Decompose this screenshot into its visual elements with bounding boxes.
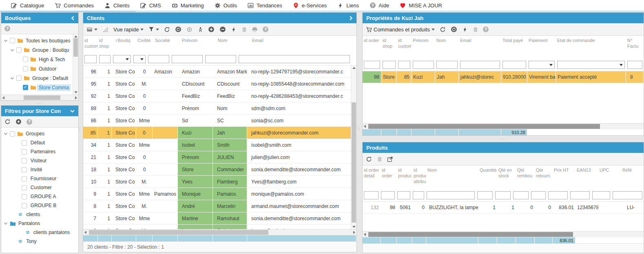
cell-id-product[interactable]: 5061 xyxy=(397,202,412,213)
tree-item-label[interactable]: Groupe : Default xyxy=(31,75,70,82)
tree-item[interactable]: Partenaires xyxy=(1,147,78,156)
filter-id-order-input[interactable] xyxy=(364,61,380,69)
cell-id-customer[interactable]: 86 xyxy=(83,115,98,126)
cell-prenom[interactable]: Kuzi xyxy=(412,71,435,83)
checkbox[interactable] xyxy=(22,203,27,208)
cell-quantite[interactable]: 1 xyxy=(478,202,497,213)
column-header[interactable]: Total payé xyxy=(501,38,527,60)
column-header[interactable]: Prénom xyxy=(178,38,213,54)
panel-splitter[interactable]: ··· xyxy=(359,127,360,131)
cell-societe[interactable] xyxy=(153,115,178,126)
column-header-sorted[interactable]: Boutiq xyxy=(112,38,136,54)
cell-id-shop[interactable]: Store C xyxy=(381,71,397,83)
menu-item[interactable]: MISE A JOUR xyxy=(394,0,447,11)
filter-nom-input[interactable] xyxy=(205,55,236,63)
cell-civilite[interactable]: M. xyxy=(136,78,153,90)
tree-item[interactable]: Groupes xyxy=(1,129,78,138)
cell-nom[interactable]: CDiscount xyxy=(213,78,247,90)
cell-societe[interactable] xyxy=(153,127,178,139)
cell-nom[interactable]: JULIEN xyxy=(213,151,247,163)
filter-id-order-detail-input[interactable] xyxy=(364,191,378,199)
checkbox[interactable] xyxy=(22,149,27,155)
table-row[interactable]: 86 1 Store Co Mme Sd SC sonia@sc.com xyxy=(83,115,356,127)
cell-id-customer[interactable]: 92 xyxy=(83,90,98,102)
cell-id-customer[interactable]: 95 xyxy=(83,78,98,90)
cell-societe[interactable] xyxy=(153,102,178,114)
filter-id-product-input[interactable] xyxy=(397,191,410,199)
document-icon[interactable] xyxy=(377,156,382,162)
table-row[interactable]: 9 1 Store Co Mme Pamamos Monique Pamalos… xyxy=(83,188,356,200)
column-header[interactable]: Qté retourn xyxy=(535,168,553,190)
cell-email[interactable]: sonia@sc.com xyxy=(247,115,356,126)
ruler-icon[interactable] xyxy=(102,27,108,33)
tree-item[interactable]: Défaut xyxy=(1,138,78,147)
cell-societe[interactable] xyxy=(153,176,178,188)
filter-prenom-input[interactable] xyxy=(413,61,434,69)
cell-civilite[interactable]: 0 xyxy=(136,66,153,77)
tree-item-label[interactable]: Groupe : Boutiqu xyxy=(31,47,71,53)
table-row[interactable]: 85 1 Store Co 0 Kuzi Jah jahkuzi@storeco… xyxy=(83,127,356,139)
cell-prenom[interactable]: Sd xyxy=(178,115,213,126)
cell-civilite[interactable]: 0 xyxy=(136,90,153,102)
cell-id-shop[interactable]: 1 xyxy=(98,176,112,188)
column-header[interactable]: Quantité xyxy=(478,168,497,190)
cell-societe[interactable] xyxy=(153,151,178,163)
table-row[interactable]: 7 1 Store Co Mme Martine Ramshaut sonia.… xyxy=(83,212,356,225)
cell-email[interactable]: isobel@smith.com xyxy=(247,139,356,151)
cell-boutique[interactable]: Store Co xyxy=(112,188,136,200)
cell-id-order[interactable]: 98 xyxy=(363,71,381,83)
cell-boutique[interactable]: Store Co xyxy=(112,139,136,151)
tree-item-label[interactable]: Toutes les boutiques xyxy=(24,38,72,44)
cell-id-shop[interactable]: 1 xyxy=(98,188,112,200)
filter-reference-input[interactable] xyxy=(613,191,642,199)
cell-boutique[interactable]: Store Co xyxy=(112,225,136,229)
cell-nom[interactable]: Amazon Marke xyxy=(213,66,247,77)
cell-ean13[interactable]: 123456789 xyxy=(575,202,598,213)
tree-item[interactable]: Groupe : Default xyxy=(1,73,78,83)
cell-civilite[interactable]: 0 xyxy=(136,127,153,139)
cell-id-customer[interactable]: 18 xyxy=(83,163,98,175)
cell-nom[interactable]: Gaboriot xyxy=(213,225,247,229)
cell-prenom[interactable]: Laurent xyxy=(178,225,213,229)
cell-boutique[interactable]: Store Co xyxy=(112,163,136,175)
export-icon[interactable] xyxy=(387,156,393,162)
tree-item[interactable]: GROUPE B xyxy=(1,201,78,210)
cell-id-shop[interactable]: 1 xyxy=(98,225,112,229)
cell-email[interactable]: jahkuzi@storecommander.com xyxy=(247,127,356,139)
cell-societe[interactable]: Pamamos xyxy=(153,188,178,200)
refresh-icon[interactable] xyxy=(366,156,372,162)
tree-item[interactable]: Customer xyxy=(1,183,78,192)
checkbox[interactable] xyxy=(23,85,28,90)
column-header[interactable]: Prénom xyxy=(412,38,435,60)
filter-boutique-select[interactable] xyxy=(113,55,131,63)
cell-nom[interactable]: BUZZILIGHT, la lampe xyxy=(426,202,478,213)
cell-civilite[interactable]: 0 xyxy=(136,163,153,175)
walker-icon[interactable] xyxy=(197,27,203,33)
chevron-down-icon[interactable] xyxy=(10,76,16,80)
vertical-scrollbar[interactable] xyxy=(351,66,356,229)
cell-email[interactable]: sonia.demenditte@storecommander.com xyxy=(247,212,356,224)
cell-id-customer[interactable]: 7 xyxy=(83,212,98,224)
column-header[interactable]: id produc xyxy=(397,168,412,190)
filter-etat-select[interactable] xyxy=(557,61,625,69)
cell-reference[interactable]: LU- xyxy=(621,202,644,213)
cell-id-attribut[interactable]: 0 xyxy=(412,202,426,213)
tree-item-label[interactable]: Customer xyxy=(29,184,53,191)
checkbox[interactable] xyxy=(16,47,22,53)
table-row[interactable]: 8 1 Store Co M. André Marcelin armand.ma… xyxy=(83,200,356,212)
cell-nom[interactable]: Pamalos xyxy=(213,188,247,200)
cell-email[interactable]: laurent@gaboriot.com xyxy=(247,225,356,229)
add-icon[interactable] xyxy=(15,119,22,125)
lightning-icon[interactable] xyxy=(462,27,468,33)
cell-email[interactable]: no-reply-4286288453@storecommander.c xyxy=(247,90,356,102)
filter-id-attribut-input[interactable] xyxy=(413,191,424,199)
cell-societe[interactable] xyxy=(153,90,178,102)
cell-boutique[interactable]: Store Co xyxy=(112,66,136,77)
filter-id-order-input[interactable] xyxy=(381,191,395,199)
tree-item[interactable]: Invité xyxy=(1,165,78,174)
cell-civilite[interactable]: M. xyxy=(136,200,153,212)
cell-societe[interactable] xyxy=(153,200,178,212)
remove-circle-icon[interactable] xyxy=(219,26,226,33)
cell-email[interactable]: jahkuzi@storec xyxy=(459,71,501,83)
cell-retourne[interactable]: 0 xyxy=(535,202,553,213)
